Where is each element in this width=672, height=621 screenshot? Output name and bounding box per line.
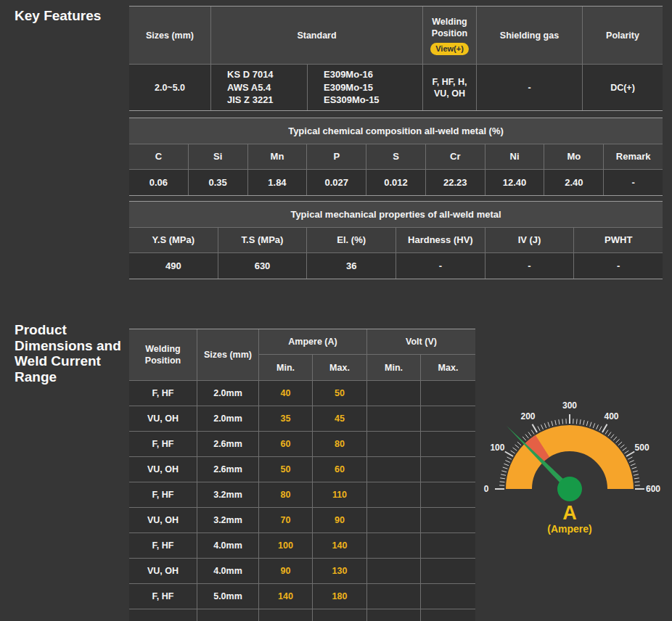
row-position: F, HF [129,482,197,507]
current-table-header: Welding Position Sizes (mm) Ampere (A) V… [129,329,475,380]
row-volt-min [367,457,421,482]
row-amp-min [259,609,313,621]
row-volt-max [421,482,475,507]
gauge-dial: 0100200300400500600 [472,393,668,509]
row-amp-max: 90 [313,508,367,532]
current-header-welding-position: Welding Position [129,329,197,380]
current-header-amp-min: Min. [259,355,313,380]
current-table-row: F, HF 2.0mm 40 50 [129,380,475,406]
row-volt-min [367,406,421,431]
spec-standard-grades: E309Mo-16 E309Mo-15 ES309Mo-15 [308,65,423,110]
spec-header-row: Sizes (mm) Standard Welding Position Vie… [129,7,663,65]
row-amp-min: 90 [259,559,313,583]
spec-welding-position-value: F, HF, H, VU, OH [423,65,477,110]
row-amp-min: 60 [259,432,313,456]
row-volt-min [367,533,421,558]
current-table-row: F, HF 4.0mm 100 140 [129,532,475,558]
chemical-value-row: 0.06 0.35 1.84 0.027 0.012 22.23 12.40 2… [129,169,663,195]
ampere-volt-header-group: Ampere (A) Volt (V) Min. Max. Min. Max. [259,329,475,380]
page: { "palette": { "page_bg": "#363636", "he… [0,0,672,621]
chem-value: 22.23 [426,170,485,195]
chem-value: 0.35 [189,170,248,195]
chemical-composition-table: Typical chemical composition all-weld me… [129,118,663,196]
standard-code: AWS A5.4 [227,81,271,94]
row-size: 2.0mm [197,406,259,431]
row-position: VU, OH [129,406,197,431]
svg-text:600: 600 [646,484,660,494]
standard-grade: E309Mo-15 [324,81,373,94]
svg-text:500: 500 [635,443,650,453]
row-size: 3.2mm [197,482,259,507]
current-header-sizes: Sizes (mm) [197,329,259,380]
row-size: 2.6mm [197,432,259,456]
chem-col: Mo [544,144,604,169]
row-size [197,609,259,621]
row-amp-min: 40 [259,381,313,406]
mech-value: - [485,253,575,279]
row-size: 5.0mm [197,584,259,609]
row-volt-max [421,584,475,609]
mechanical-value-row: 490 630 36 - - - [129,252,663,279]
row-amp-min: 35 [259,406,313,431]
row-volt-min [367,482,421,507]
mech-col: T.S (MPa) [218,228,308,252]
mech-col: Y.S (MPa) [129,228,218,252]
chem-col: Si [189,144,248,169]
gauge-unit-caption: (Ampere) [472,523,668,535]
chem-value: 0.012 [366,170,426,195]
svg-text:200: 200 [520,411,535,421]
row-size: 4.0mm [197,559,259,583]
row-position: F, HF [129,584,197,609]
mech-col: PWHT [574,228,663,252]
row-size: 4.0mm [197,533,259,558]
chem-col: Ni [485,144,545,169]
spec-table: Sizes (mm) Standard Welding Position Vie… [129,6,663,111]
current-table-row: F, HF 5.0mm 140 180 [129,583,475,609]
mech-value: - [396,253,485,279]
row-size: 2.0mm [197,381,259,406]
chem-col: S [366,144,426,169]
chem-col: Cr [426,144,485,169]
mech-value: 490 [129,253,218,279]
spec-standard-codes: KS D 7014 AWS A5.4 JIS Z 3221 [211,65,308,110]
current-table-row: VU, OH 4.0mm 90 130 [129,558,475,583]
spec-shielding-gas-value: - [477,65,583,110]
row-size: 2.6mm [197,457,259,482]
row-amp-max [313,609,367,621]
row-position: F, HF [129,432,197,456]
current-table-row: F, HF 2.6mm 60 80 [129,431,475,456]
row-amp-min: 80 [259,482,313,507]
row-volt-max [421,508,475,532]
row-amp-max: 110 [313,482,367,507]
mech-col: Hardness (HV) [396,228,485,252]
current-header-volt-min: Min. [367,355,421,380]
gauge-unit-label: A [472,502,668,525]
svg-text:300: 300 [562,400,577,411]
svg-text:100: 100 [490,443,504,453]
mechanical-table-title: Typical mechanical properties of all-wel… [129,202,663,227]
row-volt-min [367,508,421,532]
row-position: VU, OH [129,457,197,482]
row-amp-min: 70 [259,508,313,532]
row-volt-min [367,381,421,406]
chem-value: 1.84 [248,170,308,195]
standard-grade: ES309Mo-15 [324,94,380,107]
row-amp-max: 180 [313,584,367,609]
row-amp-max: 60 [313,457,367,482]
view-toggle-badge[interactable]: View(+) [430,43,469,55]
spec-data-row: 2.0~5.0 KS D 7014 AWS A5.4 JIS Z 3221 E3… [129,65,663,110]
spec-header-polarity: Polarity [583,7,663,64]
current-table-row: VU, OH 2.0mm 35 45 [129,406,475,431]
section-title-key-features: Key Features [15,8,101,24]
svg-text:0: 0 [484,484,489,494]
standard-grade: E309Mo-16 [324,68,373,81]
row-amp-min: 100 [259,533,313,558]
row-position [129,609,197,621]
row-position: F, HF [129,533,197,558]
row-volt-max [421,609,475,621]
row-amp-max: 50 [313,381,367,406]
chemical-table-title: Typical chemical composition all-weld me… [129,118,663,144]
mech-col: IV (J) [485,228,575,252]
spec-polarity-value: DC(+) [583,65,663,110]
chem-value: 2.40 [544,170,604,195]
